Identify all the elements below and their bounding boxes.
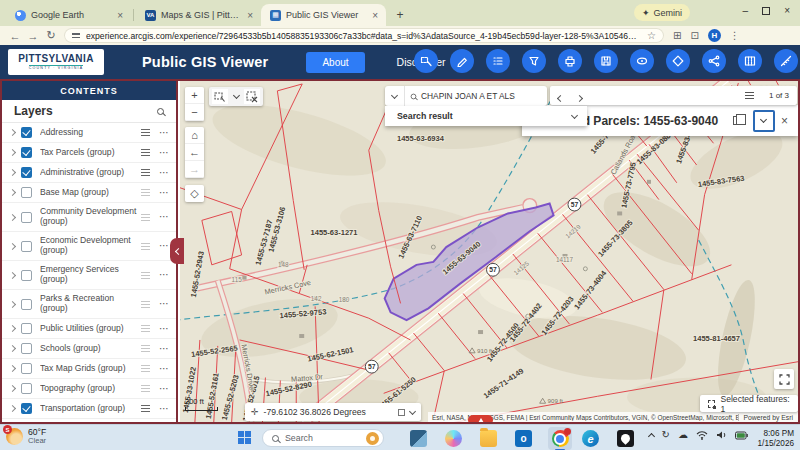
layer-item-economic-development-group[interactable]: Economic Development (group)⋯ [2, 232, 176, 261]
battery-icon[interactable] [735, 431, 748, 440]
taskbar-search[interactable]: Search [262, 429, 384, 447]
expand-button[interactable] [774, 369, 794, 389]
filter-tool-button[interactable] [522, 49, 546, 73]
tab-close-icon[interactable]: × [372, 10, 378, 21]
search-input[interactable]: CHAPIN JOAN A ET ALS [405, 91, 547, 101]
layer-options-icon[interactable]: ⋯ [159, 302, 170, 306]
forward-button[interactable]: → [24, 30, 42, 42]
expand-chevron-icon[interactable] [9, 242, 16, 249]
layer-checkbox[interactable] [21, 167, 32, 178]
layer-options-icon[interactable]: ⋯ [159, 191, 170, 195]
locate-button[interactable]: ◇ [185, 185, 204, 202]
print-tool-button[interactable] [558, 49, 582, 73]
search-result-dropdown[interactable]: Search result [385, 106, 587, 126]
layer-checkbox[interactable] [21, 383, 32, 394]
wifi-icon[interactable] [696, 430, 708, 440]
feature-list-icon[interactable] [745, 92, 754, 99]
legend-icon[interactable] [141, 345, 150, 352]
gemini-button[interactable]: ✦Gemini [634, 4, 690, 21]
edge-button[interactable]: e [582, 430, 599, 447]
legend-icon[interactable] [141, 214, 150, 221]
layer-checkbox[interactable] [21, 363, 32, 374]
window-minimize-button[interactable]: – [743, 5, 749, 16]
layer-item-topography-group[interactable]: Topography (group)⋯ [2, 379, 176, 399]
layer-item-schools-group[interactable]: Schools (group)⋯ [2, 339, 176, 359]
outlook-button[interactable]: o [515, 430, 532, 447]
layer-checkbox[interactable] [21, 299, 32, 310]
window-maximize-button[interactable] [762, 7, 770, 15]
expand-chevron-icon[interactable] [9, 405, 16, 412]
layer-item-parks-recreation-group[interactable]: Parks & Recreation (group)⋯ [2, 290, 176, 319]
expand-chevron-icon[interactable] [9, 300, 16, 307]
chevron-down-icon[interactable] [409, 407, 416, 414]
layer-options-icon[interactable]: ⋯ [159, 151, 170, 155]
warning-badge[interactable] [468, 415, 493, 422]
layer-options-icon[interactable]: ⋯ [159, 244, 170, 248]
popup-dock-button[interactable] [753, 110, 775, 132]
expand-chevron-icon[interactable] [9, 169, 16, 176]
layer-options-icon[interactable]: ⋯ [159, 273, 170, 277]
previous-feature-button[interactable] [558, 87, 563, 105]
layer-item-community-development-group[interactable]: Community Development (group)⋯ [2, 203, 176, 232]
measure-tool-button[interactable] [774, 49, 798, 73]
tab-close-icon[interactable]: × [117, 10, 123, 21]
legend-icon[interactable] [141, 272, 150, 279]
save-tool-button[interactable] [594, 49, 618, 73]
legend-tool-button[interactable] [486, 49, 510, 73]
copilot-button[interactable] [445, 430, 462, 447]
legend-icon[interactable] [141, 129, 150, 136]
selected-features-badge[interactable]: Selected features: 1 [700, 395, 798, 412]
address-bar[interactable]: experience.arcgis.com/experience/7296453… [64, 28, 664, 43]
tray-overflow-icon[interactable] [648, 433, 655, 440]
popup-close-icon[interactable]: × [781, 114, 788, 128]
sync-icon[interactable]: ↻ [662, 430, 670, 440]
task-view-button[interactable] [410, 430, 427, 447]
browser-tools-icon[interactable]: ⊡ [690, 30, 698, 41]
expand-chevron-icon[interactable] [9, 385, 16, 392]
zoom-in-button[interactable]: + [185, 87, 204, 104]
basemap-tool-button[interactable] [666, 49, 690, 73]
layer-checkbox[interactable] [21, 212, 32, 223]
layer-checkbox[interactable] [21, 187, 32, 198]
file-explorer-button[interactable] [480, 430, 497, 447]
layer-checkbox[interactable] [21, 127, 32, 138]
layer-options-icon[interactable]: ⋯ [159, 347, 170, 351]
expand-chevron-icon[interactable] [9, 365, 16, 372]
select-tool-button[interactable] [414, 49, 438, 73]
game-app-button[interactable] [617, 430, 634, 447]
start-button[interactable] [238, 431, 251, 444]
reload-button[interactable]: ↻ [42, 29, 60, 42]
legend-icon[interactable] [141, 243, 150, 250]
tab-close-icon[interactable]: × [247, 10, 253, 21]
search-tune-icon[interactable] [72, 33, 80, 37]
expand-chevron-icon[interactable] [9, 129, 16, 136]
new-tab-button[interactable]: + [392, 7, 408, 23]
map-view[interactable]: 1455-63-69341455-94-23211455-53-31061455… [180, 81, 798, 422]
home-button[interactable]: ⌂ [185, 127, 204, 144]
expand-chevron-icon[interactable] [9, 345, 16, 352]
onedrive-cloud-icon[interactable]: ☁ [678, 430, 688, 440]
layer-item-public-utilities-group[interactable]: Public Utilities (group)⋯ [2, 319, 176, 339]
next-extent-button[interactable]: → [185, 161, 204, 178]
window-close-button[interactable]: × [784, 5, 790, 16]
layer-options-icon[interactable]: ⋯ [159, 131, 170, 135]
chrome-button[interactable] [548, 427, 572, 450]
volume-icon[interactable] [716, 430, 727, 440]
tab-maps-gis[interactable]: VA Maps & GIS | Pittsylvania Coun × [136, 4, 261, 26]
clear-selection-button[interactable] [244, 89, 260, 104]
layer-checkbox[interactable] [21, 270, 32, 281]
coordinate-capture-icon[interactable] [398, 409, 405, 416]
layer-checkbox[interactable] [21, 241, 32, 252]
layer-checkbox[interactable] [21, 323, 32, 334]
legend-icon[interactable] [141, 169, 150, 176]
layer-item-administrative-group[interactable]: Administrative (group)⋯ [2, 163, 176, 183]
browser-menu-icon[interactable]: ⋮ [730, 30, 740, 41]
back-button[interactable]: ← [6, 30, 24, 42]
legend-icon[interactable] [141, 325, 150, 332]
layer-item-base-map-group[interactable]: Base Map (group)⋯ [2, 183, 176, 203]
layer-item-tax-map-grids-group[interactable]: Tax Map Grids (group)⋯ [2, 359, 176, 379]
expand-chevron-icon[interactable] [9, 325, 16, 332]
extensions-icon[interactable]: ⊞ [673, 30, 681, 41]
zoom-out-button[interactable]: − [185, 104, 204, 121]
layers-search-icon[interactable] [157, 108, 164, 115]
